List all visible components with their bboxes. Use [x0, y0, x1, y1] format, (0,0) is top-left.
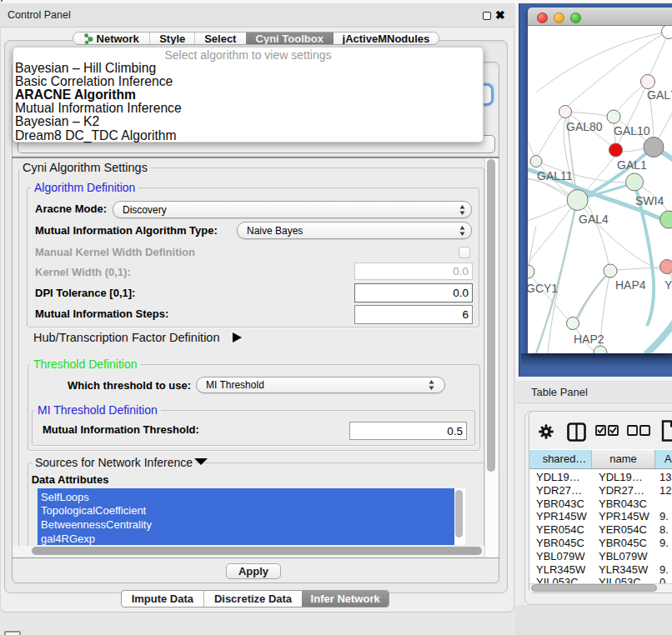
- svg-text:SWI4: SWI4: [635, 194, 664, 208]
- svg-text:GCY1: GCY1: [528, 282, 558, 295]
- svg-text:HAP2: HAP2: [574, 332, 604, 346]
- svg-text:Y: Y: [664, 278, 672, 292]
- svg-text:GAL80: GAL80: [566, 120, 603, 133]
- svg-text:HAP4: HAP4: [615, 278, 646, 292]
- svg-text:GAL4: GAL4: [579, 212, 609, 226]
- svg-text:GAL7: GAL7: [647, 88, 672, 102]
- svg-text:GAL1: GAL1: [617, 158, 647, 172]
- svg-text:GAL10: GAL10: [614, 124, 650, 138]
- svg-text:GAL11: GAL11: [537, 169, 573, 182]
